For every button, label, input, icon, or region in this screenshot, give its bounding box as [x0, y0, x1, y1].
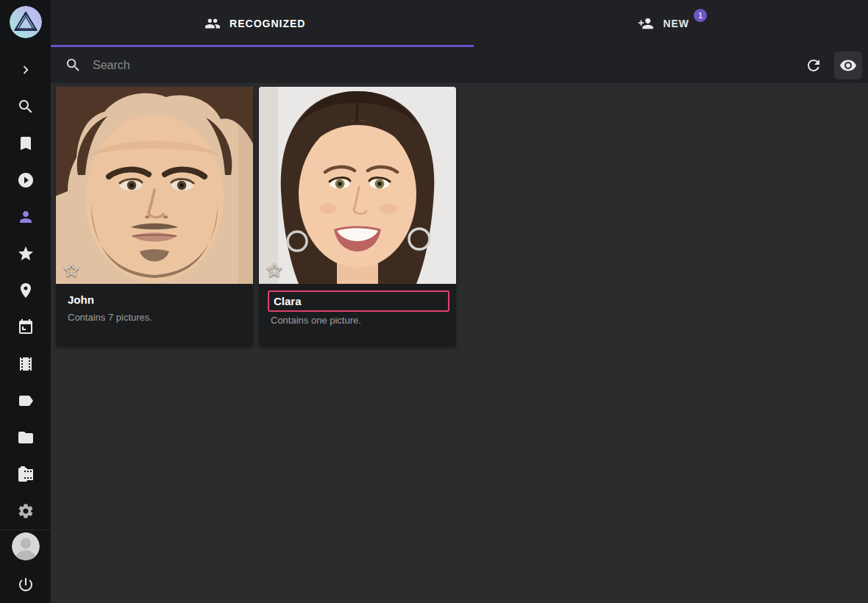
tab-recognized-label: RECOGNIZED	[230, 18, 305, 29]
sidebar-item-videos[interactable]	[0, 162, 51, 199]
app-window: RECOGNIZED NEW 1	[0, 0, 868, 603]
person-name: John	[68, 293, 241, 306]
new-count-badge: 1	[694, 9, 707, 22]
camera-roll-icon	[17, 465, 35, 483]
sidebar-account-section	[0, 529, 51, 603]
clara-portrait-image	[259, 87, 456, 284]
place-pin-icon	[17, 282, 35, 299]
person-card-john[interactable]: John Contains 7 pictures.	[56, 87, 253, 346]
clara-portrait[interactable]	[259, 87, 456, 284]
calendar-icon	[17, 318, 35, 336]
sidebar-item-library[interactable]	[0, 456, 51, 493]
sidebar-expand-button[interactable]	[0, 51, 51, 88]
sidebar-item-search[interactable]	[0, 88, 51, 125]
account-avatar[interactable]	[12, 532, 40, 560]
sidebar-item-moments[interactable]	[0, 346, 51, 382]
sidebar-item-calendar[interactable]	[0, 309, 51, 346]
sidebar	[0, 0, 51, 603]
refresh-icon	[805, 57, 822, 74]
film-strip-icon	[17, 355, 35, 373]
photoprism-logo[interactable]	[10, 6, 42, 38]
show-hidden-toggle[interactable]	[834, 51, 862, 79]
tab-recognized[interactable]: RECOGNIZED	[51, 0, 460, 47]
chevron-right-icon	[18, 62, 34, 78]
play-circle-icon	[17, 171, 35, 189]
search-toolbar	[51, 47, 868, 83]
eye-icon	[839, 57, 857, 74]
person-card-body: Contains one picture.	[259, 290, 456, 343]
sidebar-item-labels[interactable]	[0, 382, 51, 419]
john-portrait-image	[56, 87, 253, 284]
john-portrait[interactable]	[56, 87, 253, 284]
person-card-body: John Contains 7 pictures.	[56, 293, 253, 346]
people-grid: John Contains 7 pictures.	[51, 83, 868, 603]
label-icon	[17, 392, 35, 410]
person-caption: Contains 7 pictures.	[68, 312, 241, 323]
person-icon	[17, 208, 35, 226]
favorite-star-button[interactable]	[62, 260, 81, 279]
bookmark-icon	[17, 135, 35, 152]
folder-icon	[17, 429, 35, 446]
search-icon	[65, 57, 82, 74]
search-input[interactable]	[93, 59, 799, 72]
sidebar-item-albums[interactable]	[0, 125, 51, 162]
logo-area	[0, 0, 51, 43]
person-card-clara[interactable]: Contains one picture.	[259, 87, 456, 346]
sidebar-item-places[interactable]	[0, 272, 51, 309]
star-icon	[17, 245, 35, 263]
logout-button[interactable]	[0, 566, 51, 603]
sidebar-item-favorites[interactable]	[0, 235, 51, 272]
people-icon	[204, 15, 221, 32]
favorite-star-button[interactable]	[265, 260, 284, 279]
power-icon	[17, 576, 35, 593]
sidebar-nav	[0, 43, 51, 529]
search-icon	[17, 98, 35, 115]
tab-new-label: NEW	[663, 18, 689, 29]
person-add-icon	[638, 15, 654, 32]
avatar-silhouette-icon	[12, 532, 40, 560]
person-caption: Contains one picture.	[271, 315, 444, 326]
person-name-input[interactable]	[274, 293, 444, 310]
star-border-icon	[62, 260, 81, 279]
people-tab-bar: RECOGNIZED NEW 1	[51, 0, 868, 47]
refresh-button[interactable]	[799, 51, 828, 80]
sidebar-item-people[interactable]	[0, 199, 51, 235]
sidebar-item-settings[interactable]	[0, 493, 51, 529]
tab-new[interactable]: NEW 1	[460, 0, 868, 47]
star-border-icon	[265, 260, 284, 279]
settings-gear-icon	[17, 502, 35, 520]
sidebar-item-folders[interactable]	[0, 419, 51, 456]
person-name-edit-box	[268, 290, 449, 312]
